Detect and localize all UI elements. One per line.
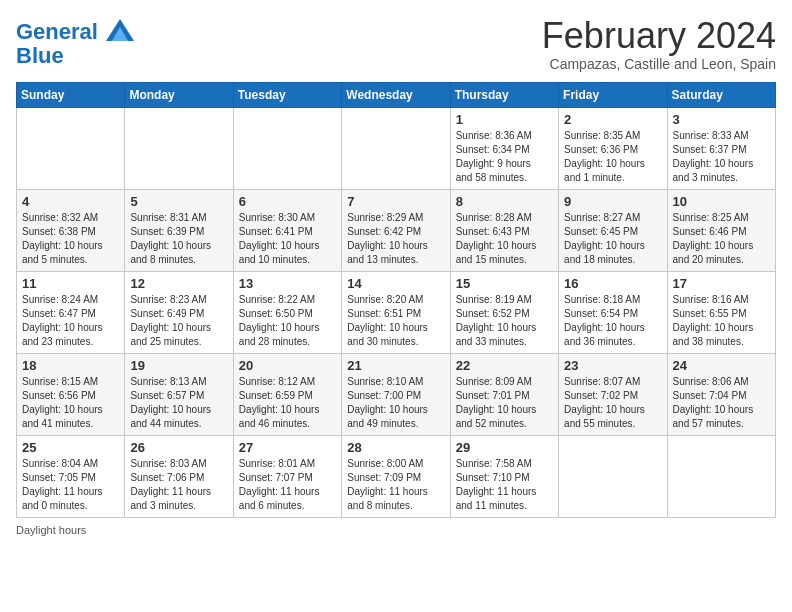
day-info: Sunrise: 8:29 AM Sunset: 6:42 PM Dayligh… — [347, 211, 444, 267]
day-info: Sunrise: 8:24 AM Sunset: 6:47 PM Dayligh… — [22, 293, 119, 349]
column-header-friday: Friday — [559, 82, 667, 107]
day-info: Sunrise: 8:09 AM Sunset: 7:01 PM Dayligh… — [456, 375, 553, 431]
calendar-cell: 15Sunrise: 8:19 AM Sunset: 6:52 PM Dayli… — [450, 271, 558, 353]
calendar-cell: 28Sunrise: 8:00 AM Sunset: 7:09 PM Dayli… — [342, 435, 450, 517]
column-header-thursday: Thursday — [450, 82, 558, 107]
calendar-cell: 29Sunrise: 7:58 AM Sunset: 7:10 PM Dayli… — [450, 435, 558, 517]
day-number: 11 — [22, 276, 119, 291]
day-number: 7 — [347, 194, 444, 209]
day-number: 21 — [347, 358, 444, 373]
day-number: 25 — [22, 440, 119, 455]
day-number: 17 — [673, 276, 770, 291]
day-number: 14 — [347, 276, 444, 291]
day-info: Sunrise: 8:16 AM Sunset: 6:55 PM Dayligh… — [673, 293, 770, 349]
day-number: 22 — [456, 358, 553, 373]
day-info: Sunrise: 8:00 AM Sunset: 7:09 PM Dayligh… — [347, 457, 444, 513]
calendar-cell — [559, 435, 667, 517]
day-number: 29 — [456, 440, 553, 455]
logo: General Blue — [16, 20, 134, 68]
calendar-cell: 16Sunrise: 8:18 AM Sunset: 6:54 PM Dayli… — [559, 271, 667, 353]
logo-text: General — [16, 20, 134, 44]
day-number: 15 — [456, 276, 553, 291]
day-info: Sunrise: 8:28 AM Sunset: 6:43 PM Dayligh… — [456, 211, 553, 267]
day-info: Sunrise: 8:25 AM Sunset: 6:46 PM Dayligh… — [673, 211, 770, 267]
calendar-cell: 11Sunrise: 8:24 AM Sunset: 6:47 PM Dayli… — [17, 271, 125, 353]
calendar-cell — [125, 107, 233, 189]
day-info: Sunrise: 8:27 AM Sunset: 6:45 PM Dayligh… — [564, 211, 661, 267]
day-number: 26 — [130, 440, 227, 455]
day-info: Sunrise: 8:06 AM Sunset: 7:04 PM Dayligh… — [673, 375, 770, 431]
column-header-saturday: Saturday — [667, 82, 775, 107]
calendar-cell: 3Sunrise: 8:33 AM Sunset: 6:37 PM Daylig… — [667, 107, 775, 189]
day-number: 6 — [239, 194, 336, 209]
day-info: Sunrise: 8:30 AM Sunset: 6:41 PM Dayligh… — [239, 211, 336, 267]
day-info: Sunrise: 8:22 AM Sunset: 6:50 PM Dayligh… — [239, 293, 336, 349]
day-info: Sunrise: 8:33 AM Sunset: 6:37 PM Dayligh… — [673, 129, 770, 185]
calendar-cell: 2Sunrise: 8:35 AM Sunset: 6:36 PM Daylig… — [559, 107, 667, 189]
day-info: Sunrise: 8:12 AM Sunset: 6:59 PM Dayligh… — [239, 375, 336, 431]
day-number: 16 — [564, 276, 661, 291]
day-number: 19 — [130, 358, 227, 373]
day-number: 12 — [130, 276, 227, 291]
calendar-cell: 17Sunrise: 8:16 AM Sunset: 6:55 PM Dayli… — [667, 271, 775, 353]
day-info: Sunrise: 8:10 AM Sunset: 7:00 PM Dayligh… — [347, 375, 444, 431]
day-number: 23 — [564, 358, 661, 373]
calendar-cell: 26Sunrise: 8:03 AM Sunset: 7:06 PM Dayli… — [125, 435, 233, 517]
column-header-wednesday: Wednesday — [342, 82, 450, 107]
day-info: Sunrise: 8:19 AM Sunset: 6:52 PM Dayligh… — [456, 293, 553, 349]
calendar-cell: 9Sunrise: 8:27 AM Sunset: 6:45 PM Daylig… — [559, 189, 667, 271]
calendar-cell: 8Sunrise: 8:28 AM Sunset: 6:43 PM Daylig… — [450, 189, 558, 271]
calendar-title: February 2024 — [542, 16, 776, 56]
day-number: 8 — [456, 194, 553, 209]
calendar-cell: 22Sunrise: 8:09 AM Sunset: 7:01 PM Dayli… — [450, 353, 558, 435]
column-header-tuesday: Tuesday — [233, 82, 341, 107]
calendar-cell — [233, 107, 341, 189]
footer-note: Daylight hours — [16, 524, 776, 536]
calendar-cell: 24Sunrise: 8:06 AM Sunset: 7:04 PM Dayli… — [667, 353, 775, 435]
day-number: 5 — [130, 194, 227, 209]
day-info: Sunrise: 8:01 AM Sunset: 7:07 PM Dayligh… — [239, 457, 336, 513]
calendar-cell: 1Sunrise: 8:36 AM Sunset: 6:34 PM Daylig… — [450, 107, 558, 189]
calendar-cell: 13Sunrise: 8:22 AM Sunset: 6:50 PM Dayli… — [233, 271, 341, 353]
calendar-cell: 4Sunrise: 8:32 AM Sunset: 6:38 PM Daylig… — [17, 189, 125, 271]
calendar-cell: 10Sunrise: 8:25 AM Sunset: 6:46 PM Dayli… — [667, 189, 775, 271]
calendar-subtitle: Campazas, Castille and Leon, Spain — [542, 56, 776, 72]
day-info: Sunrise: 8:15 AM Sunset: 6:56 PM Dayligh… — [22, 375, 119, 431]
day-info: Sunrise: 8:03 AM Sunset: 7:06 PM Dayligh… — [130, 457, 227, 513]
day-number: 3 — [673, 112, 770, 127]
day-number: 1 — [456, 112, 553, 127]
logo-text2: Blue — [16, 44, 134, 68]
day-number: 18 — [22, 358, 119, 373]
calendar-cell: 21Sunrise: 8:10 AM Sunset: 7:00 PM Dayli… — [342, 353, 450, 435]
column-header-monday: Monday — [125, 82, 233, 107]
day-info: Sunrise: 8:36 AM Sunset: 6:34 PM Dayligh… — [456, 129, 553, 185]
day-info: Sunrise: 7:58 AM Sunset: 7:10 PM Dayligh… — [456, 457, 553, 513]
day-info: Sunrise: 8:32 AM Sunset: 6:38 PM Dayligh… — [22, 211, 119, 267]
calendar-cell — [342, 107, 450, 189]
day-info: Sunrise: 8:13 AM Sunset: 6:57 PM Dayligh… — [130, 375, 227, 431]
calendar-cell: 14Sunrise: 8:20 AM Sunset: 6:51 PM Dayli… — [342, 271, 450, 353]
calendar-cell: 19Sunrise: 8:13 AM Sunset: 6:57 PM Dayli… — [125, 353, 233, 435]
calendar-cell: 18Sunrise: 8:15 AM Sunset: 6:56 PM Dayli… — [17, 353, 125, 435]
calendar-cell: 7Sunrise: 8:29 AM Sunset: 6:42 PM Daylig… — [342, 189, 450, 271]
day-info: Sunrise: 8:04 AM Sunset: 7:05 PM Dayligh… — [22, 457, 119, 513]
day-info: Sunrise: 8:23 AM Sunset: 6:49 PM Dayligh… — [130, 293, 227, 349]
day-number: 4 — [22, 194, 119, 209]
day-number: 28 — [347, 440, 444, 455]
header: General Blue February 2024 Campazas, Cas… — [16, 16, 776, 72]
day-info: Sunrise: 8:31 AM Sunset: 6:39 PM Dayligh… — [130, 211, 227, 267]
calendar-cell — [17, 107, 125, 189]
day-number: 13 — [239, 276, 336, 291]
calendar-cell: 6Sunrise: 8:30 AM Sunset: 6:41 PM Daylig… — [233, 189, 341, 271]
column-header-sunday: Sunday — [17, 82, 125, 107]
calendar-cell: 20Sunrise: 8:12 AM Sunset: 6:59 PM Dayli… — [233, 353, 341, 435]
calendar-cell: 12Sunrise: 8:23 AM Sunset: 6:49 PM Dayli… — [125, 271, 233, 353]
calendar-cell: 23Sunrise: 8:07 AM Sunset: 7:02 PM Dayli… — [559, 353, 667, 435]
day-number: 24 — [673, 358, 770, 373]
calendar-cell: 25Sunrise: 8:04 AM Sunset: 7:05 PM Dayli… — [17, 435, 125, 517]
day-info: Sunrise: 8:18 AM Sunset: 6:54 PM Dayligh… — [564, 293, 661, 349]
day-number: 9 — [564, 194, 661, 209]
calendar-table: SundayMondayTuesdayWednesdayThursdayFrid… — [16, 82, 776, 518]
day-info: Sunrise: 8:20 AM Sunset: 6:51 PM Dayligh… — [347, 293, 444, 349]
day-info: Sunrise: 8:07 AM Sunset: 7:02 PM Dayligh… — [564, 375, 661, 431]
